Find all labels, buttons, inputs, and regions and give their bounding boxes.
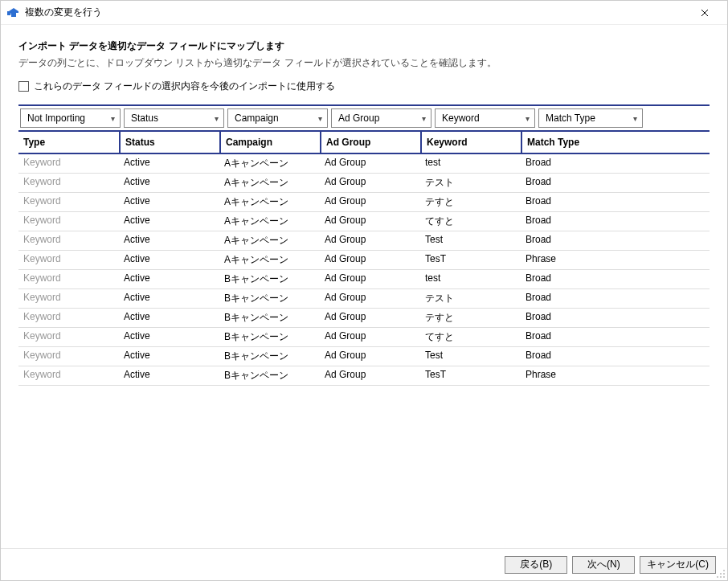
cell-keyword: てすと [420, 212, 521, 231]
svg-point-5 [720, 576, 722, 578]
cell-matchtype: Phrase [521, 251, 625, 269]
header-type[interactable]: Type [18, 132, 119, 153]
cell-adgroup: Ad Group [320, 212, 420, 231]
cell-type: Keyword [18, 366, 119, 385]
cell-adgroup: Ad Group [320, 174, 420, 192]
close-button[interactable] [689, 1, 721, 24]
back-button[interactable]: 戻る(B) [505, 556, 567, 574]
cell-adgroup: Ad Group [320, 270, 420, 288]
cell-campaign: Aキャンペーン [219, 154, 320, 173]
svg-point-6 [723, 576, 725, 578]
cancel-button[interactable]: キャンセル(C) [640, 556, 716, 574]
svg-point-1 [723, 570, 725, 571]
cell-status: Active [119, 366, 219, 385]
close-icon [701, 9, 709, 17]
table-row[interactable]: KeywordActiveBキャンペーンAd GroupテすとBroad [18, 309, 710, 328]
cell-campaign: Aキャンペーン [219, 193, 320, 211]
chevron-down-icon: ▾ [633, 114, 637, 123]
svg-rect-0 [7, 11, 11, 15]
chevron-down-icon: ▾ [422, 114, 426, 123]
remember-mapping-checkbox[interactable] [18, 81, 29, 92]
app-icon [7, 6, 20, 19]
header-adgroup[interactable]: Ad Group [320, 132, 420, 153]
table-row[interactable]: KeywordActiveAキャンペーンAd GrouptestBroad [18, 154, 710, 174]
table-row[interactable]: KeywordActiveBキャンペーンAd GrouptestBroad [18, 270, 710, 289]
dropdown-matchtype[interactable]: Match Type ▾ [538, 108, 643, 128]
table-row[interactable]: KeywordActiveAキャンペーンAd GroupテすとBroad [18, 193, 710, 212]
header-status[interactable]: Status [119, 132, 219, 153]
table-row[interactable]: KeywordActiveAキャンペーンAd GroupてすとBroad [18, 212, 710, 231]
cell-type: Keyword [18, 328, 119, 346]
cell-campaign: Aキャンペーン [219, 212, 320, 231]
cell-matchtype: Broad [521, 309, 625, 327]
cell-keyword: Test [420, 347, 521, 366]
dropdown-keyword[interactable]: Keyword ▾ [435, 108, 535, 128]
table-header-row: Type Status Campaign Ad Group Keyword Ma… [18, 132, 710, 154]
cell-status: Active [119, 251, 219, 269]
table-row[interactable]: KeywordActiveBキャンペーンAd GroupテストBroad [18, 289, 710, 309]
dropdown-adgroup[interactable]: Ad Group ▾ [331, 108, 431, 128]
mapping-dropdown-row: Not Importing ▾ Status ▾ Campaign ▾ Ad G… [18, 104, 710, 132]
dropdown-label: Match Type [546, 113, 595, 124]
dropdown-label: Not Importing [27, 113, 85, 124]
cell-keyword: テスト [420, 289, 521, 308]
table-row[interactable]: KeywordActiveAキャンペーンAd GroupテストBroad [18, 174, 710, 193]
cell-type: Keyword [18, 193, 119, 211]
resize-grip-icon[interactable] [716, 569, 726, 579]
remember-mapping-row: これらのデータ フィールドの選択内容を今後のインポートに使用する [18, 80, 710, 93]
dialog-window: 複数の変更を行う インポート データを適切なデータ フィールドにマップします デ… [0, 0, 728, 581]
header-keyword[interactable]: Keyword [420, 132, 521, 153]
table-row[interactable]: KeywordActiveAキャンペーンAd GroupTesTPhrase [18, 251, 710, 270]
cell-adgroup: Ad Group [320, 328, 420, 346]
cell-status: Active [119, 193, 219, 211]
table-row[interactable]: KeywordActiveAキャンペーンAd GroupTestBroad [18, 231, 710, 251]
dropdown-label: Keyword [442, 113, 480, 124]
dropdown-status[interactable]: Status ▾ [124, 108, 224, 128]
cell-type: Keyword [18, 289, 119, 308]
cell-type: Keyword [18, 154, 119, 173]
cell-status: Active [119, 270, 219, 288]
cell-status: Active [119, 328, 219, 346]
cell-status: Active [119, 309, 219, 327]
cell-matchtype: Broad [521, 328, 625, 346]
next-button[interactable]: 次へ(N) [572, 556, 635, 574]
cell-type: Keyword [18, 251, 119, 269]
cell-keyword: test [420, 270, 521, 288]
cell-status: Active [119, 154, 219, 173]
dropdown-not-importing[interactable]: Not Importing ▾ [20, 108, 121, 128]
header-matchtype[interactable]: Match Type [521, 132, 625, 153]
cell-adgroup: Ad Group [320, 251, 420, 269]
table-row[interactable]: KeywordActiveBキャンペーンAd GroupてすとBroad [18, 328, 710, 347]
cell-campaign: Bキャンペーン [219, 328, 320, 346]
dialog-footer: 戻る(B) 次へ(N) キャンセル(C) [1, 548, 727, 580]
svg-point-2 [720, 573, 722, 575]
cell-campaign: Bキャンペーン [219, 270, 320, 288]
cell-matchtype: Broad [521, 231, 625, 250]
cell-matchtype: Broad [521, 154, 625, 173]
table-row[interactable]: KeywordActiveBキャンペーンAd GroupTesTPhrase [18, 366, 710, 386]
cell-campaign: Aキャンペーン [219, 174, 320, 192]
cell-adgroup: Ad Group [320, 154, 420, 173]
cell-matchtype: Phrase [521, 366, 625, 385]
cell-keyword: テすと [420, 193, 521, 211]
cell-adgroup: Ad Group [320, 231, 420, 250]
cell-keyword: TesT [420, 366, 521, 385]
cell-campaign: Bキャンペーン [219, 289, 320, 308]
svg-point-3 [723, 573, 725, 575]
dropdown-campaign[interactable]: Campaign ▾ [227, 108, 328, 128]
page-heading: インポート データを適切なデータ フィールドにマップします [18, 39, 710, 53]
cell-matchtype: Broad [521, 193, 625, 211]
table-row[interactable]: KeywordActiveBキャンペーンAd GroupTestBroad [18, 347, 710, 366]
header-campaign[interactable]: Campaign [219, 132, 320, 153]
cell-matchtype: Broad [521, 212, 625, 231]
table-body: KeywordActiveAキャンペーンAd GrouptestBroadKey… [18, 154, 710, 542]
cell-type: Keyword [18, 347, 119, 366]
cell-status: Active [119, 289, 219, 308]
dropdown-label: Ad Group [338, 113, 379, 124]
page-subheading: データの列ごとに、ドロップダウン リストから適切なデータ フィールドが選択されて… [18, 56, 710, 70]
remember-mapping-label: これらのデータ フィールドの選択内容を今後のインポートに使用する [34, 80, 335, 93]
cell-type: Keyword [18, 270, 119, 288]
cell-adgroup: Ad Group [320, 309, 420, 327]
cell-matchtype: Broad [521, 270, 625, 288]
chevron-down-icon: ▾ [111, 114, 115, 123]
